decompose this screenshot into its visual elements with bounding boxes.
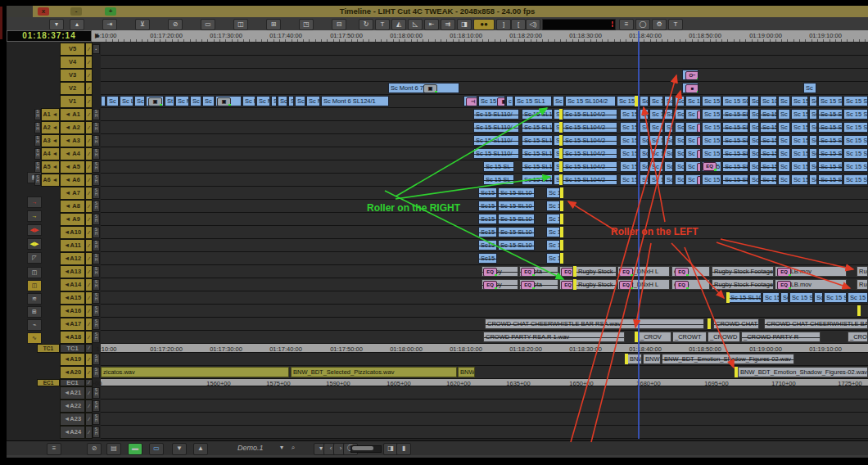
trim-roller[interactable] — [559, 109, 563, 120]
solo-mute-A8[interactable]: SH — [93, 201, 100, 212]
clip-A1[interactable]: Sc 15 SL10 — [722, 109, 748, 120]
trim-roller[interactable] — [560, 214, 563, 224]
clip-V1[interactable]: Sc 15 S▦ — [478, 96, 505, 106]
mark-out-button[interactable]: ] — [496, 19, 511, 30]
audio-waveform-icon[interactable]: ≋ — [27, 293, 42, 305]
text-tool-button[interactable]: T — [668, 19, 683, 30]
clip-V1[interactable]: Sc 15 — [617, 96, 636, 106]
track-button-A21[interactable]: ◄A21 — [60, 386, 85, 400]
clip-A5[interactable]: Sc — [809, 161, 817, 172]
clip-A20[interactable]: BNW_ — [458, 367, 475, 377]
clip-A5[interactable]: Sc 15▦ — [685, 161, 701, 172]
track-lane-EC1[interactable]: +001560+001575+001590+001605+001620+0016… — [101, 379, 868, 386]
track-pencil-A6[interactable]: ∕ — [85, 174, 93, 187]
clip-A1[interactable]: Sc — [675, 109, 685, 120]
track-pencil-V4[interactable]: ∕ — [85, 56, 93, 69]
clip-A4[interactable]: Sc 15 SL — [818, 148, 843, 159]
track-lane-A7[interactable]: Sc15Sc 15 SL10Sc 15 — [101, 187, 868, 200]
monitor-icon-V5[interactable]: ▪ — [93, 44, 100, 54]
track-button-V1[interactable]: V1 — [60, 95, 85, 108]
clip-A15[interactable]: Sc 15 SL — [824, 292, 847, 303]
track-lane-A6[interactable]: Sc 15 SLSc 15 SL10ScSc 15 SL104/2Sc 15Sc… — [101, 174, 868, 187]
clip-A8[interactable]: Sc 15 — [546, 201, 560, 211]
source-solo-mute-A6[interactable]: SH — [34, 174, 41, 186]
clip-A6[interactable]: Sc 15 SL10 — [722, 174, 748, 185]
clip-V1[interactable]: Sc 1 — [778, 96, 790, 106]
eq-effect-icon[interactable]: EQ — [777, 281, 791, 290]
video-quality-icon[interactable]: ◫ — [27, 267, 42, 278]
track-pencil-A11[interactable]: ∕ — [85, 239, 93, 252]
clip-A2[interactable]: Sc 15 SL104/2 — [563, 122, 617, 133]
track-pencil-A8[interactable]: ∕ — [85, 200, 93, 213]
track-pencil-V5[interactable]: ∕ — [85, 43, 93, 56]
track-lane-A2[interactable]: Sc 15 SL110/Sc 15 SL10ScSc 15 SL104/2Sc … — [101, 121, 868, 134]
clip-A5[interactable]: Sc — [640, 161, 649, 172]
clip-A2[interactable]: Sc 15▦ — [685, 122, 701, 133]
clip-A6[interactable]: Sc 1 — [778, 174, 790, 185]
clip-V1[interactable]: Sc 15 SL — [818, 96, 843, 106]
clip-A10[interactable]: Sc15 — [478, 227, 497, 237]
clip-V1[interactable]: Sc — [278, 96, 287, 106]
clip-A14[interactable]: Rug — [857, 279, 868, 290]
clip-V1[interactable]: Sc — [640, 96, 649, 106]
clip-A3[interactable]: Sc 15 SL — [843, 135, 868, 146]
bar-button[interactable]: ▮ — [396, 443, 411, 455]
track-button-A11[interactable]: ◄A11 — [60, 239, 85, 252]
collapse-button[interactable]: ⊟ — [332, 19, 346, 30]
clip-A6[interactable]: Sc 15 — [760, 174, 777, 185]
clip-A4[interactable]: Sc 1 — [778, 148, 790, 159]
close-button[interactable]: x — [38, 7, 49, 16]
trim-right-button[interactable]: ⇉ — [441, 19, 455, 30]
track-button-A8[interactable]: ◄ A8 — [60, 200, 85, 213]
effect-icon[interactable]: ▣ — [423, 84, 437, 93]
clip-A14[interactable]: k FootaEQ — [519, 279, 558, 290]
track-button-A10[interactable]: ◄A10 — [60, 226, 85, 239]
clip-A17[interactable]: CROWD CHAT CH — [713, 318, 759, 329]
clip-A1[interactable]: Sc 15 S — [702, 109, 721, 120]
track-pencil-A21[interactable]: ∕ — [85, 386, 93, 400]
track-button-EC1[interactable]: EC1 — [60, 379, 85, 386]
clip-V1[interactable]: Sc 15 SL — [843, 96, 868, 106]
clip-A5[interactable]: Sc — [675, 161, 685, 172]
mark-in-button[interactable]: [ — [511, 19, 526, 30]
monitor-button[interactable]: ▭ — [149, 443, 164, 455]
clip-A17[interactable]: CROWD CHAT CHEERWHISTLE BAR RSA.wav — [485, 318, 704, 329]
clip-A2[interactable]: Sc 15 SL110/ — [473, 122, 519, 133]
clip-A3[interactable]: Sc 15 S — [702, 135, 721, 146]
clip-A15[interactable]: Sc 15 — [762, 292, 780, 303]
clip-A15[interactable]: Sc 15 S — [789, 292, 813, 303]
zoom-button[interactable]: + — [105, 7, 116, 16]
clip-A2[interactable]: Sc 15 SL10 — [522, 122, 553, 133]
solo-mute-A18[interactable]: SH — [93, 332, 100, 343]
clip-A1[interactable]: Sc 15 SL104/2 — [563, 109, 617, 120]
clip-A2[interactable]: Sc 15 SL — [843, 122, 868, 133]
transition-tool-icon[interactable]: ◸ — [27, 252, 42, 264]
trim-roller[interactable] — [560, 253, 563, 264]
solo-mute-A24[interactable]: SH — [93, 427, 100, 438]
track-lane-A12[interactable]: Sc15Sc 15 — [101, 252, 868, 265]
clip-color-button[interactable]: ▭ — [201, 19, 215, 30]
green-mode-button[interactable]: ▬ — [128, 443, 142, 455]
effect-icon[interactable]: ▦ — [697, 137, 701, 146]
track-lane-V3[interactable]: O− — [101, 69, 868, 82]
clip-A4[interactable]: Sc — [809, 148, 817, 159]
clip-A2[interactable]: Sc 15 S — [791, 122, 808, 133]
solo-mute-A20[interactable]: SH — [93, 367, 100, 378]
clip-A4[interactable]: Sc 1 — [649, 148, 663, 159]
track-button-A20[interactable]: ◄A20 — [60, 366, 85, 379]
clip-A4[interactable]: Sc — [640, 148, 649, 159]
track-button-V3[interactable]: V3 — [60, 69, 85, 82]
effect-icon[interactable]: ▦ — [697, 124, 701, 133]
track-lane-A8[interactable]: Sc15Sc 15 SL10Sc 15 — [101, 200, 868, 213]
solo-mute-A11[interactable]: SH — [93, 240, 100, 251]
clip-A1[interactable]: Sc 15 SL10 — [522, 109, 553, 120]
clip-A20[interactable]: BNW_BDT_Selected_Pizzicatos.wav — [291, 367, 457, 377]
step-forward-button[interactable]: ▴ — [70, 19, 84, 30]
clip-A6[interactable]: Sc 1 — [649, 174, 663, 185]
solo-mute-A12[interactable]: SH — [93, 253, 100, 264]
clip-A5[interactable]: Sc 15 SL10 — [722, 161, 748, 172]
clip-A3[interactable]: Sc 15 SL10 — [522, 135, 553, 146]
no-marks-button[interactable]: ⊘ — [87, 443, 102, 455]
solo-mute-A6[interactable]: SH — [93, 174, 100, 186]
track-pencil-V2[interactable]: ∕ — [85, 82, 93, 95]
